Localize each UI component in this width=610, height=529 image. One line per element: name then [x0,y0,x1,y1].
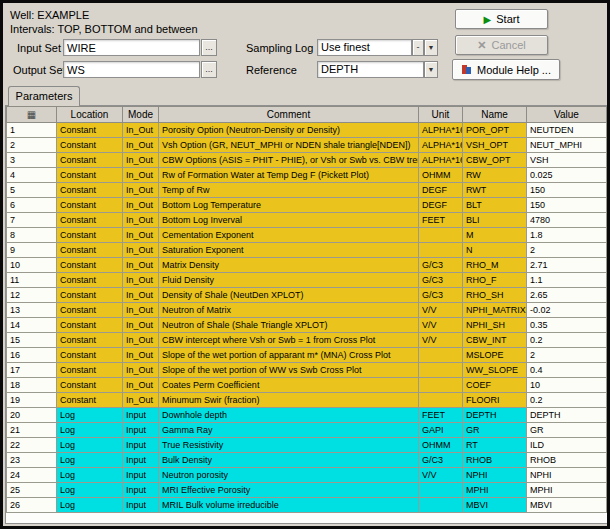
sampling-log-dropdown-icon[interactable]: ▼ [424,39,438,56]
value-cell[interactable]: VSH [527,153,607,168]
mode-cell: In_Out [123,258,159,273]
parameters-table-frame: ▦ Location Mode Comment Unit Name Value … [5,105,608,524]
unit-cell: G/C3 [419,273,463,288]
input-set-field[interactable] [63,39,200,56]
name-cell: NPHI_SH [463,318,527,333]
value-cell[interactable]: 4780 [527,213,607,228]
row-number-cell: 10 [7,258,57,273]
sampling-log-dash-button[interactable]: - [412,39,424,56]
comment-cell: Saturation Exponent [159,243,419,258]
name-cell: BLT [463,198,527,213]
row-number-cell: 2 [7,138,57,153]
comment-cell: Bulk Density [159,453,419,468]
sampling-log-select[interactable]: Use finest [317,39,412,56]
grid-icon: ▦ [27,109,36,120]
unit-cell: ALPHA*16 [419,123,463,138]
output-set-browse-button[interactable]: ... [201,61,217,78]
table-row: 5 Constant In_Out Temp of Rw DEGF RWT 15… [7,183,607,198]
comment-cell: Temp of Rw [159,183,419,198]
comment-cell: Rw of Formation Water at Temp Deg F (Pic… [159,168,419,183]
row-number-cell: 26 [7,498,57,513]
input-set-label: Input Set [17,42,61,54]
cancel-button[interactable]: ✕ Cancel [455,35,548,55]
mode-cell: In_Out [123,213,159,228]
row-number-cell: 18 [7,378,57,393]
mode-cell: In_Out [123,243,159,258]
value-cell[interactable]: DEPTH [527,408,607,423]
value-cell[interactable]: 10 [527,378,607,393]
column-header-value: Value [527,107,607,123]
module-help-button[interactable]: Module Help ... [452,59,560,80]
name-cell: RHOB [463,453,527,468]
value-cell[interactable]: MBVI [527,498,607,513]
table-row: 17 Constant In_Out Slope of the wet port… [7,363,607,378]
location-cell: Constant [57,258,123,273]
location-cell: Constant [57,138,123,153]
value-cell[interactable]: 1.8 [527,228,607,243]
location-cell: Constant [57,333,123,348]
name-cell: RHO_SH [463,288,527,303]
table-row: 24 Log Input Neutron porosity V/V NPHI N… [7,468,607,483]
value-cell[interactable]: 0.4 [527,363,607,378]
input-set-browse-button[interactable]: ... [201,39,217,56]
location-cell: Log [57,498,123,513]
value-cell[interactable]: 150 [527,183,607,198]
row-number-cell: 7 [7,213,57,228]
comment-cell: Neutron of Matrix [159,303,419,318]
value-cell[interactable]: NPHI [527,468,607,483]
value-cell[interactable]: 2.65 [527,288,607,303]
unit-cell [419,393,463,408]
start-button[interactable]: ▶ Start [455,9,548,29]
mode-cell: Input [123,453,159,468]
value-cell[interactable]: 2.71 [527,258,607,273]
table-row: 22 Log Input True Resistivity OHMM RT IL… [7,438,607,453]
location-cell: Log [57,438,123,453]
mode-cell: In_Out [123,153,159,168]
row-number-cell: 15 [7,333,57,348]
table-header-row: ▦ Location Mode Comment Unit Name Value [7,107,607,123]
unit-cell [419,243,463,258]
value-cell[interactable]: -0.02 [527,303,607,318]
table-row: 6 Constant In_Out Bottom Log Temperature… [7,198,607,213]
value-cell[interactable]: NEUT_MPHI [527,138,607,153]
tab-parameters[interactable]: Parameters [8,86,80,106]
location-cell: Constant [57,393,123,408]
table-row: 4 Constant In_Out Rw of Formation Water … [7,168,607,183]
value-cell[interactable]: 150 [527,198,607,213]
mode-cell: In_Out [123,378,159,393]
name-cell: N [463,243,527,258]
row-number-cell: 1 [7,123,57,138]
value-cell[interactable]: RHOB [527,453,607,468]
comment-cell: Gamma Ray [159,423,419,438]
mode-cell: In_Out [123,393,159,408]
unit-cell: G/C3 [419,288,463,303]
value-cell[interactable]: 0.2 [527,333,607,348]
reference-dropdown-icon[interactable]: ▼ [424,61,438,78]
mode-cell: Input [123,468,159,483]
location-cell: Constant [57,168,123,183]
reference-select[interactable]: DEPTH [317,61,424,78]
value-cell[interactable]: 2 [527,243,607,258]
value-cell[interactable]: 0.35 [527,318,607,333]
name-cell: NPHI [463,468,527,483]
value-cell[interactable]: 0.2 [527,393,607,408]
value-cell[interactable]: GR [527,423,607,438]
value-cell[interactable]: MPHI [527,483,607,498]
comment-cell: Slope of the wet portion of WW vs Swb Cr… [159,363,419,378]
value-cell[interactable]: 2 [527,348,607,363]
output-set-field[interactable] [63,61,200,78]
row-number-cell: 6 [7,198,57,213]
cancel-button-label: Cancel [491,39,525,51]
value-cell[interactable]: ILD [527,438,607,453]
row-number-cell: 9 [7,243,57,258]
mode-cell: Input [123,483,159,498]
row-number-cell: 25 [7,483,57,498]
unit-cell: V/V [419,333,463,348]
value-cell[interactable]: 0.025 [527,168,607,183]
value-cell[interactable]: NEUTDEN [527,123,607,138]
name-cell: VSH_OPT [463,138,527,153]
unit-cell: DEGF [419,198,463,213]
name-cell: M [463,228,527,243]
comment-cell: Matrix Density [159,258,419,273]
value-cell[interactable]: 1.1 [527,273,607,288]
